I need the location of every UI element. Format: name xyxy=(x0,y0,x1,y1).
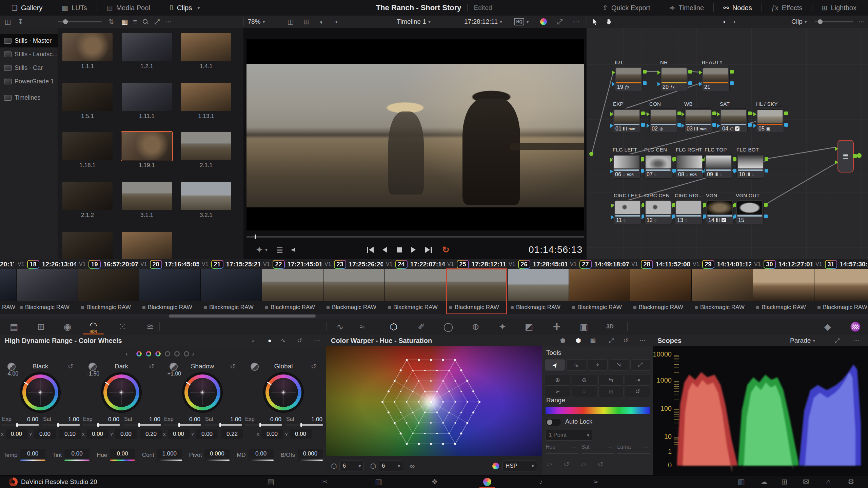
viewer-scrubber[interactable] xyxy=(246,236,584,238)
node-circ-left[interactable]: 11◌ xyxy=(614,200,642,224)
clip-thumbnail[interactable] xyxy=(753,269,814,301)
color-wheel[interactable] xyxy=(21,373,60,412)
node-circ-cen[interactable]: 12◌ xyxy=(644,200,672,224)
clip-thumbnail[interactable] xyxy=(446,269,507,301)
node-sat[interactable]: 04⬡✓ xyxy=(720,108,748,133)
still-thumbnail[interactable] xyxy=(62,132,113,160)
tray-settings-icon[interactable]: ⚙ xyxy=(848,475,854,488)
exp-slider[interactable]: Exp0.00 xyxy=(1,416,39,428)
color-wheel[interactable] xyxy=(264,373,303,412)
grid-mode-icon[interactable]: ⊞ xyxy=(300,16,312,28)
node-circ-rig-[interactable]: 13◌ xyxy=(675,200,703,224)
tool-select-points-button[interactable]: ➣ xyxy=(545,386,570,397)
clip-thumbnail[interactable] xyxy=(262,269,323,301)
hue-divisions-select[interactable]: 6▾ xyxy=(339,461,364,471)
still-thumbnail[interactable] xyxy=(62,83,113,111)
slider-marker[interactable] xyxy=(219,423,221,427)
param-value-field[interactable]: 0.00 xyxy=(249,449,274,459)
playback-quality-icon[interactable]: HQ▾ xyxy=(514,16,529,28)
clip-thumbnail[interactable] xyxy=(814,269,868,301)
scope-mode-select[interactable]: Parade▾ xyxy=(790,335,815,346)
palette-motion-effects-icon[interactable]: ≋ xyxy=(144,319,156,335)
sidebar-item-stills-landsc-[interactable]: Stills - Landsc... xyxy=(0,47,58,61)
node-beauty[interactable]: 21 xyxy=(702,67,730,91)
field-track[interactable] xyxy=(617,453,650,454)
pick-b-icon[interactable]: ▱ xyxy=(581,461,586,468)
exp-slider[interactable]: Exp0.00 xyxy=(163,416,201,428)
hdr-curve-icon[interactable]: ∿ xyxy=(281,335,286,346)
layer-mixer-node[interactable]: ≣ xyxy=(837,140,854,172)
palette-power-window-icon[interactable]: ◯ xyxy=(442,319,454,335)
node-nr[interactable]: 20ƒx xyxy=(660,67,688,91)
link-divisions-icon[interactable]: ∞ xyxy=(410,463,415,469)
tab-gallery[interactable]: ❏Gallery xyxy=(5,0,48,16)
node-mode-select[interactable]: Clip▾ xyxy=(787,16,811,28)
node-vgn-out[interactable]: 15 xyxy=(736,200,764,224)
sort-icon[interactable]: ⇅ xyxy=(106,16,117,28)
still-thumbnail[interactable] xyxy=(62,232,113,260)
color-wheel[interactable] xyxy=(183,373,222,412)
hdr-solo-icon[interactable]: ● xyxy=(268,335,272,346)
palette-qualifier-icon[interactable]: ✐ xyxy=(416,319,427,335)
page-fairlight[interactable]: ♪ xyxy=(539,475,543,488)
sat-slider[interactable]: Sat1.00 xyxy=(42,416,80,428)
palette-magic-mask-icon[interactable]: ✦ xyxy=(497,319,508,335)
clip-thumbnail[interactable] xyxy=(0,269,16,301)
falloff-value-field[interactable]: 0.20 xyxy=(140,429,162,439)
node-more-icon[interactable]: ⋯ xyxy=(856,16,867,28)
viewer-video[interactable] xyxy=(246,39,584,230)
warper-grid-icon[interactable]: ▦ xyxy=(590,335,596,346)
sidebar-item-timelines[interactable]: Timelines xyxy=(0,91,58,104)
skip-start-button[interactable] xyxy=(367,241,374,258)
sat-slider[interactable]: Sat1.00 xyxy=(204,416,242,428)
hdr-wheel-set-dot[interactable] xyxy=(165,351,170,357)
still-thumbnail[interactable] xyxy=(122,232,172,260)
clip-thumbnail[interactable] xyxy=(200,269,262,301)
viewer-zoom-select[interactable]: 78%▾ xyxy=(247,16,266,28)
point-mode-select[interactable]: 1 Point▾ xyxy=(546,430,592,441)
still-thumbnail[interactable] xyxy=(181,182,231,210)
node-flg-cen[interactable]: 07◌ xyxy=(644,154,672,179)
node-flg-left[interactable]: 06◌HDR xyxy=(613,154,640,179)
sat-divisions-select[interactable]: 6▾ xyxy=(379,461,403,471)
tab-effects[interactable]: ƒxEffects xyxy=(765,0,809,16)
color-wheel[interactable] xyxy=(102,373,141,412)
hdr-nav-prev-icon[interactable]: ‹ xyxy=(125,350,128,358)
tab-quick-export[interactable]: ⇪Quick Export xyxy=(596,0,656,16)
hdr-wheel-set-dot[interactable] xyxy=(146,351,151,357)
page-fusion[interactable]: ❖ xyxy=(431,475,438,488)
stop-button[interactable] xyxy=(397,241,402,258)
page-edit[interactable]: ▥ xyxy=(375,475,382,488)
audio-mute-icon[interactable] xyxy=(292,241,297,258)
page-cut[interactable]: ✂ xyxy=(321,475,328,488)
auto-grade-icon[interactable]: ✦▾ xyxy=(256,241,268,258)
tab-luts[interactable]: ▦LUTs xyxy=(56,0,93,16)
viewer-timecode[interactable]: 17:28:12:11▾ xyxy=(458,16,509,28)
warper-mesh-icon[interactable]: ⬢ xyxy=(576,335,581,346)
sat-slider[interactable]: Sat1.00 xyxy=(123,416,161,428)
pick-a-icon[interactable]: ▱ xyxy=(547,461,552,468)
panel-toggle-icon[interactable]: ◫ xyxy=(2,16,14,28)
tab-nodes[interactable]: ⚯Nodes xyxy=(717,0,758,16)
node-hand-icon[interactable] xyxy=(603,16,614,28)
x-value-field[interactable]: 0.00 xyxy=(6,429,27,439)
clip-thumbnail[interactable] xyxy=(384,269,446,301)
still-thumbnail[interactable] xyxy=(122,83,172,111)
palette-color-wheels-icon[interactable]: ◉ xyxy=(62,319,73,335)
page-deliver[interactable]: ➢ xyxy=(593,475,599,488)
hdr-nav-next-icon[interactable]: › xyxy=(192,350,194,358)
sat-slider[interactable]: Sat1.00 xyxy=(285,416,323,428)
tool-convert-point-button[interactable]: ⇆ xyxy=(598,374,624,386)
field-track[interactable] xyxy=(546,453,578,454)
tab-timeline[interactable]: ≑Timeline xyxy=(664,0,710,16)
slider-marker[interactable] xyxy=(259,423,261,427)
node-wb[interactable]: 03HDR xyxy=(684,108,712,133)
reset-a-icon[interactable]: ↺ xyxy=(564,461,569,468)
play-button[interactable] xyxy=(411,241,416,258)
still-zoom-knob[interactable] xyxy=(63,19,68,24)
scopes-parade[interactable]: 1000010001001010 xyxy=(653,346,868,475)
clip-thumbnail[interactable] xyxy=(323,269,384,301)
param-value-field[interactable]: 0.00 xyxy=(64,449,90,459)
field-track[interactable] xyxy=(581,453,614,454)
tool-mesh-button[interactable]: ⊛ xyxy=(598,386,624,397)
